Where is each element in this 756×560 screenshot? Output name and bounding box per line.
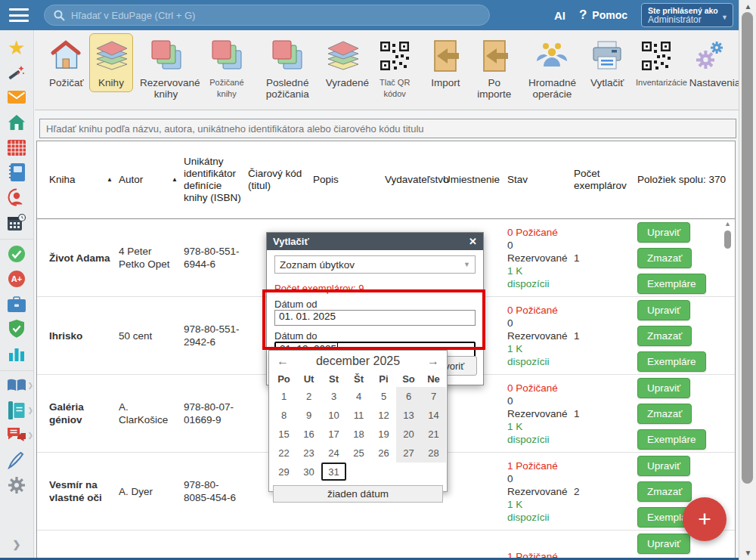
sidebar-item-classbook[interactable]	[5, 161, 28, 184]
calendar-day-13[interactable]: 13	[396, 406, 421, 425]
no-date-button[interactable]: žiaden dátum	[273, 485, 443, 503]
calendar-day-25[interactable]: 25	[346, 444, 371, 463]
sidebar-item-wizard[interactable]	[5, 61, 28, 84]
calendar-prev-icon[interactable]: ←	[271, 354, 294, 368]
sidebar-item-favorites[interactable]: ★	[5, 36, 28, 59]
calendar-day-21[interactable]: 21	[421, 425, 446, 444]
sidebar-item-documents[interactable]: ❯	[5, 399, 28, 422]
toolbar-item-po-i-an-knihy[interactable]: Požičané knihy	[199, 33, 255, 104]
toolbar-item-vyraden-[interactable]: Vyradené	[321, 33, 366, 92]
calendar-day-11[interactable]: 11	[346, 406, 371, 425]
sidebar-item-security[interactable]	[5, 317, 28, 340]
calendar-day-31[interactable]: 31	[321, 463, 346, 481]
top-bar: Hľadať v EduPage (Ctrl + G) AI ?Pomoc St…	[0, 0, 756, 30]
toolbar-item-po-importe[interactable]: Po importe	[469, 33, 519, 104]
calendar-dow: So	[396, 370, 421, 387]
sidebar-item-sign[interactable]	[5, 449, 28, 472]
upravi--button[interactable]: Upraviť	[637, 300, 690, 320]
sidebar-item-settings[interactable]	[5, 474, 28, 497]
calendar-day-7[interactable]: 7	[421, 387, 446, 406]
calendar-day-23[interactable]: 23	[296, 444, 321, 463]
ai-button[interactable]: AI	[554, 9, 565, 22]
scroll-down-icon[interactable]: ▼	[739, 549, 756, 557]
exempl-re-button[interactable]: Exempláre	[637, 351, 706, 372]
calendar-day-12[interactable]: 12	[371, 406, 396, 425]
calendar-day-28[interactable]: 28	[421, 444, 446, 463]
calendar-day-22[interactable]: 22	[271, 444, 296, 463]
calendar-day-6[interactable]: 6	[396, 387, 421, 406]
zmaza--button[interactable]: Zmazať	[637, 248, 692, 268]
sidebar-item-results[interactable]	[5, 342, 28, 365]
calendar-day-3[interactable]: 3	[321, 387, 346, 406]
calendar-day-19[interactable]: 19	[371, 425, 396, 444]
report-type-select[interactable]: Zoznam úbytkov ▼	[274, 255, 476, 274]
column-header[interactable]: Kniha▲	[49, 141, 119, 218]
scroll-up-icon[interactable]: ▲	[722, 220, 733, 227]
calendar-day-17[interactable]: 17	[321, 425, 346, 444]
scroll-up-icon[interactable]: ▲	[739, 2, 756, 11]
sidebar-item-schedule[interactable]	[5, 211, 28, 234]
date-from-input[interactable]: 01. 01. 2025	[274, 310, 476, 326]
calendar-day-26[interactable]: 26	[371, 444, 396, 463]
add-book-fab[interactable]: +	[683, 497, 727, 541]
zmaza--button[interactable]: Zmazať	[637, 326, 692, 346]
toolbar-item-import[interactable]: Import	[423, 33, 467, 92]
calendar-day-8[interactable]: 8	[271, 406, 296, 425]
page-scrollbar[interactable]: ▲ ▼	[739, 0, 756, 560]
calendar-day-29[interactable]: 29	[271, 463, 296, 481]
calendar-day-1[interactable]: 1	[271, 387, 296, 406]
calendar-day-5[interactable]: 5	[371, 387, 396, 406]
help-button[interactable]: ?Pomoc	[579, 8, 627, 23]
sidebar-item-attendance[interactable]	[5, 243, 28, 265]
calendar-day-9[interactable]: 9	[296, 406, 321, 425]
upravi--button[interactable]: Upraviť	[637, 456, 690, 476]
sidebar-item-messages-mail[interactable]	[5, 86, 28, 109]
toolbar-item-posledn-po-i-ania[interactable]: Posledné požičania	[256, 33, 319, 104]
calendar-day-20[interactable]: 20	[396, 425, 421, 444]
calendar-day-18[interactable]: 18	[346, 425, 371, 444]
toolbar-item-label: Rezervované knihy	[140, 77, 192, 100]
calendar-day-2[interactable]: 2	[296, 387, 321, 406]
toolbar-item-tla-qr-k-dov[interactable]: Tlač QR kódov	[367, 33, 423, 104]
toolbar-item-hromadn-oper-cie[interactable]: Hromadné operácie	[521, 33, 584, 104]
upravi--button[interactable]: Upraviť	[637, 378, 690, 398]
page-scrollbar-thumb[interactable]	[742, 12, 753, 484]
toolbar-item-po-i-a-[interactable]: Požičať	[44, 33, 88, 92]
upravi--button[interactable]: Upraviť	[637, 222, 690, 243]
menu-icon[interactable]	[9, 8, 29, 22]
exempl-re-button[interactable]: Exempláre	[637, 429, 706, 450]
table-cell: 1 Požičané0 Rezervované	[507, 531, 574, 560]
toolbar-item-vytla-i-[interactable]: Vytlačiť	[585, 33, 629, 92]
calendar-day-14[interactable]: 14	[421, 406, 446, 425]
table-scrollbar-thumb[interactable]	[724, 230, 731, 249]
calendar-next-icon[interactable]: →	[422, 354, 445, 368]
zmaza--button[interactable]: Zmazať	[637, 481, 692, 502]
toolbar-item-rezervovan-knihy[interactable]: Rezervované knihy	[135, 33, 197, 104]
toolbar-item-inventariz-cie[interactable]: Inventarizácie	[631, 33, 683, 92]
sidebar-item-grades[interactable]: A+	[5, 268, 28, 290]
calendar-day-4[interactable]: 4	[346, 387, 371, 406]
global-search-input[interactable]: Hľadať v EduPage (Ctrl + G)	[44, 5, 490, 26]
calendar-day-30[interactable]: 30	[296, 463, 321, 481]
calendar-day-24[interactable]: 24	[321, 444, 346, 463]
sidebar-item-communication[interactable]: ❯	[5, 424, 28, 447]
sidebar-expand-button[interactable]: ❯	[5, 533, 28, 555]
toolbar-item-nastavenia[interactable]: Nastavenia	[684, 33, 736, 92]
close-icon[interactable]: ✕	[469, 236, 477, 247]
upravi--button[interactable]: Upraviť	[637, 534, 690, 554]
sidebar-item-home[interactable]	[5, 111, 28, 134]
sidebar-item-timetable[interactable]	[5, 136, 28, 159]
sidebar-item-library[interactable]: ❯	[5, 374, 28, 397]
calendar-day-27[interactable]: 27	[396, 444, 421, 463]
book-filter-input[interactable]	[39, 119, 736, 138]
column-header[interactable]: Autor▲	[119, 141, 184, 218]
sidebar-item-agenda[interactable]	[5, 292, 28, 315]
calendar-day-15[interactable]: 15	[271, 425, 296, 444]
logged-in-user-menu[interactable]: Ste prihlásený ako Administrátor ▼	[641, 3, 733, 27]
exempl-re-button[interactable]: Exempláre	[637, 274, 706, 294]
toolbar-item-knihy[interactable]: Knihy	[89, 33, 133, 92]
calendar-day-10[interactable]: 10	[321, 406, 346, 425]
sidebar-item-profile[interactable]	[5, 186, 28, 209]
calendar-day-16[interactable]: 16	[296, 425, 321, 444]
zmaza--button[interactable]: Zmazať	[637, 404, 692, 424]
